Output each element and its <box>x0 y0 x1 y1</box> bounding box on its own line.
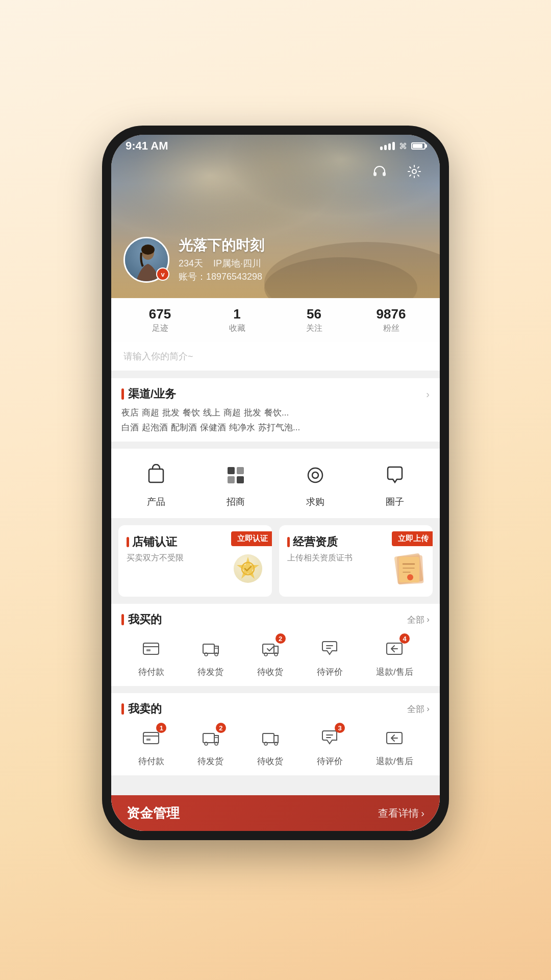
channel-tags-row2: 白酒 起泡酒 配制酒 保健酒 纯净水 苏打气泡... <box>121 422 430 433</box>
cert-store[interactable]: 立即认证 店铺认证 买卖双方不受限 <box>118 525 272 597</box>
order-badge-receive: 2 <box>276 633 286 644</box>
profile-meta: 234天 IP属地·四川 <box>179 257 428 270</box>
svg-rect-45 <box>263 733 274 743</box>
action-community[interactable]: 圈子 <box>379 459 411 508</box>
signal-icon <box>380 142 395 150</box>
svg-rect-10 <box>149 469 163 482</box>
my-buy-section: 我买的 全部 › <box>111 604 440 686</box>
settings-icon[interactable] <box>403 160 425 183</box>
profile-info: 光落下的时刻 234天 IP属地·四川 账号：18976543298 <box>179 236 428 283</box>
my-sell-section: 我卖的 全部 › <box>111 693 440 775</box>
channels-header: 渠道/业务 › <box>121 386 430 402</box>
phone-frame: 9:41 AM ⌘ <box>102 126 449 840</box>
status-bar: 9:41 AM ⌘ <box>111 135 440 157</box>
my-buy-all-link[interactable]: 全部 › <box>407 614 430 626</box>
profile-account: 账号：18976543298 <box>179 271 428 283</box>
hero-banner: v 光落下的时刻 234天 IP属地·四川 账号：18976543298 <box>111 135 440 298</box>
order-badge-refund: 4 <box>399 633 410 644</box>
svg-rect-13 <box>228 476 235 483</box>
sell-pay-badge: 1 <box>156 723 166 733</box>
cert-business-icon <box>391 551 427 593</box>
hero-icons <box>368 160 425 183</box>
action-product[interactable]: 产品 <box>140 459 172 508</box>
cert-business-badge[interactable]: 立即上传 <box>392 531 433 546</box>
status-time: 9:41 AM <box>126 139 168 153</box>
my-sell-orders: 1 待付款 <box>121 725 430 767</box>
profile-name: 光落下的时刻 <box>179 236 428 255</box>
order-sell-pending-receive[interactable]: 待收货 <box>257 725 284 767</box>
order-buy-pending-review[interactable]: 待评价 <box>316 635 343 678</box>
svg-rect-4 <box>373 172 377 176</box>
stat-following[interactable]: 56 关注 <box>276 306 353 334</box>
order-sell-pending-review[interactable]: 3 待评价 <box>316 725 343 767</box>
stat-favorites[interactable]: 1 收藏 <box>198 306 276 334</box>
status-icons: ⌘ <box>380 141 425 151</box>
channel-tags-row1: 夜店 商超 批发 餐饮 线上 商超 批发 餐饮... <box>121 407 430 419</box>
bottom-bar-link[interactable]: 查看详情 › <box>378 806 424 820</box>
svg-rect-5 <box>383 172 386 176</box>
content-area: 请输入你的简介~ 渠道/业务 › 夜店 商超 批发 餐饮 线上 商超 <box>111 342 440 831</box>
order-buy-pending-ship[interactable]: 待发货 <box>197 635 224 678</box>
recruit-icon <box>219 459 252 492</box>
bio-input[interactable]: 请输入你的简介~ <box>111 342 440 371</box>
svg-rect-12 <box>237 467 244 474</box>
bottom-bar-title[interactable]: 资金管理 <box>127 804 180 822</box>
sell-review-badge: 3 <box>335 723 345 733</box>
svg-rect-11 <box>228 467 235 474</box>
channels-arrow[interactable]: › <box>426 388 430 400</box>
headset-icon[interactable] <box>368 160 391 183</box>
svg-rect-33 <box>263 644 274 653</box>
profile-section: v 光落下的时刻 234天 IP属地·四川 账号：18976543298 <box>123 236 428 283</box>
action-recruit[interactable]: 招商 <box>219 459 252 508</box>
sell-receive-icon <box>257 725 284 751</box>
bottom-bar: 资金管理 查看详情 › <box>111 795 440 831</box>
wifi-icon: ⌘ <box>399 141 407 151</box>
purchase-icon <box>299 459 332 492</box>
pending-ship-icon <box>197 635 224 662</box>
order-sell-pending-ship[interactable]: 2 待发货 <box>197 725 224 767</box>
sell-ship-badge: 2 <box>216 723 226 733</box>
my-sell-all-link[interactable]: 全部 › <box>407 703 430 715</box>
community-icon <box>379 459 411 492</box>
cert-business[interactable]: 立即上传 经营资质 上传相关资质证书 <box>279 525 433 597</box>
svg-point-9 <box>141 244 155 255</box>
order-buy-pending-receive[interactable]: 2 待收货 <box>257 635 284 678</box>
action-purchase[interactable]: 求购 <box>299 459 332 508</box>
svg-point-15 <box>308 468 322 482</box>
order-buy-pending-pay[interactable]: 待付款 <box>138 635 164 678</box>
order-buy-refund[interactable]: 4 退款/售后 <box>376 635 413 678</box>
channels-title: 渠道/业务 <box>121 386 176 402</box>
my-buy-orders: 待付款 <box>121 635 430 678</box>
svg-point-26 <box>407 574 413 580</box>
svg-rect-42 <box>203 733 214 743</box>
svg-point-6 <box>412 169 416 174</box>
avatar-container: v <box>123 237 169 283</box>
order-sell-refund[interactable]: 退款/售后 <box>376 725 413 767</box>
quick-actions: 产品 招商 <box>111 449 440 518</box>
svg-rect-27 <box>143 643 159 654</box>
svg-rect-29 <box>146 649 151 651</box>
cert-row: 立即认证 店铺认证 买卖双方不受限 <box>111 525 440 597</box>
svg-rect-14 <box>237 476 244 483</box>
stats-row: 675 足迹 1 收藏 56 关注 9876 粉丝 <box>111 298 440 342</box>
stat-footprint[interactable]: 675 足迹 <box>121 306 198 334</box>
svg-rect-30 <box>203 644 214 653</box>
svg-point-16 <box>312 472 318 478</box>
order-sell-pending-pay[interactable]: 1 待付款 <box>138 725 164 767</box>
pending-pay-icon <box>138 635 164 662</box>
cert-store-badge[interactable]: 立即认证 <box>231 531 272 546</box>
channels-section: 渠道/业务 › 夜店 商超 批发 餐饮 线上 商超 批发 餐饮... 白酒 起泡… <box>111 378 440 442</box>
svg-rect-39 <box>143 732 159 744</box>
stat-fans[interactable]: 9876 粉丝 <box>353 306 430 334</box>
battery-icon <box>411 142 425 150</box>
cert-store-icon <box>230 551 266 593</box>
pending-review-icon <box>316 635 343 662</box>
phone-screen: 9:41 AM ⌘ <box>111 135 440 831</box>
svg-rect-41 <box>146 739 151 741</box>
sell-refund-icon <box>381 725 408 751</box>
product-icon <box>140 459 172 492</box>
